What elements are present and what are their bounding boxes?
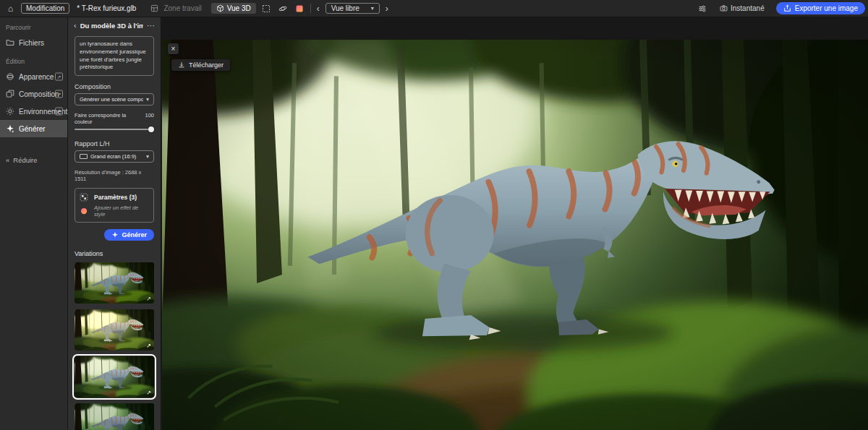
composition-select[interactable]: Générer une scène composite ▾: [75, 93, 154, 106]
generated-image-stage[interactable]: × Télécharger: [162, 40, 868, 430]
more-menu-icon[interactable]: ⋯: [147, 21, 155, 30]
variations-label: Variations: [75, 250, 154, 257]
workspace-icon: [148, 2, 161, 14]
home-icon[interactable]: ⌂: [4, 2, 17, 14]
style-effect-icon: [80, 207, 88, 215]
cube-icon: [216, 4, 224, 12]
chevron-down-icon: ▾: [146, 96, 149, 103]
parameters-icon: [80, 193, 88, 202]
collapse-button[interactable]: « Réduire: [0, 152, 67, 168]
panel-title: Du modèle 3D à l'image: [80, 22, 143, 30]
open-panel-icon[interactable]: ↗: [55, 90, 63, 98]
composition-label: Composition: [75, 83, 154, 90]
variation-thumbnail-1[interactable]: ↗: [75, 262, 154, 304]
collapse-chevrons-icon: «: [6, 156, 9, 164]
open-panel-icon[interactable]: ↗: [55, 73, 63, 81]
sparkle-icon: [111, 231, 119, 238]
ratio-label: Rapport L/H: [75, 140, 154, 147]
expand-icon: ↗: [146, 343, 151, 349]
topbar: ⌂ Modification * T-Rex furieux.glb Zone …: [0, 0, 868, 17]
prompt-input[interactable]: un tyranosaure dans environnement jurass…: [75, 36, 154, 76]
export-image-button[interactable]: Exporter une image: [776, 2, 865, 14]
close-button[interactable]: ×: [168, 43, 179, 54]
export-icon: [783, 4, 791, 12]
layout-icon: [6, 90, 14, 98]
parameters-title: Paramètres (3): [94, 194, 149, 201]
slider-knob[interactable]: [148, 126, 154, 132]
sidebar-item-generer[interactable]: Générer: [0, 120, 67, 137]
style-effect-label[interactable]: Ajouter un effet de style: [94, 205, 149, 218]
download-button[interactable]: Télécharger: [171, 59, 230, 71]
widescreen-icon: [80, 154, 88, 159]
expand-icon: ↗: [146, 296, 151, 302]
toolbar-divider: [310, 4, 311, 13]
panel-back-button[interactable]: ‹: [74, 21, 77, 30]
match-color-slider[interactable]: [75, 126, 154, 133]
camera-next-button[interactable]: ›: [384, 4, 390, 14]
camera-view-select[interactable]: Vue libre ▾: [326, 3, 380, 14]
sidebar-item-fichiers[interactable]: Fichiers: [0, 34, 67, 51]
snapshot-button[interactable]: Instantané: [715, 3, 770, 14]
expand-icon: ↗: [146, 390, 151, 396]
sidebar-section-edit: Édition: [0, 51, 67, 68]
marquee-select-icon[interactable]: [260, 2, 273, 14]
parameters-box[interactable]: Paramètres (3) Ajouter un effet de style: [75, 188, 154, 223]
download-icon: [178, 61, 185, 69]
document-tab[interactable]: * T-Rex furieux.glb: [74, 4, 139, 12]
sphere-icon: [6, 72, 14, 81]
match-color-value: 100: [145, 112, 154, 119]
variation-thumbnail-2[interactable]: ↗: [75, 309, 154, 351]
view-3d-tab[interactable]: Vue 3D: [211, 3, 256, 14]
material-icon[interactable]: [294, 2, 306, 14]
match-color-label: Faire correspondre la couleur: [75, 112, 142, 125]
slider-track: [75, 129, 154, 130]
camera-prev-button[interactable]: ‹: [315, 4, 321, 14]
sun-icon: [6, 107, 14, 116]
ratio-select[interactable]: Grand écran (16:9) ▾: [75, 150, 154, 163]
viewport: × Télécharger: [162, 17, 868, 430]
sidebar-section-browse: Parcourir: [0, 17, 67, 34]
workspace-button[interactable]: Zone travail: [143, 1, 206, 16]
orbit-icon[interactable]: [277, 2, 289, 14]
sparkle-icon: [6, 124, 14, 133]
generate-button[interactable]: Générer: [104, 229, 154, 241]
chevron-down-icon: ▾: [146, 153, 149, 160]
generate-panel: ‹ Du modèle 3D à l'image ⋯ un tyranosaur…: [68, 17, 161, 430]
sidebar: Parcourir Fichiers Édition Apparence ↗ C…: [0, 17, 68, 430]
variation-thumbnail-4[interactable]: ↗: [75, 403, 154, 430]
folder-icon: [6, 38, 14, 47]
resolution-text: Résolution d'image : 2688 x 1511: [75, 169, 154, 182]
sidebar-item-composition[interactable]: Composition ↗: [0, 85, 67, 103]
variation-thumbnail-3-selected[interactable]: ↗: [75, 356, 154, 397]
generated-trex-image: [162, 40, 868, 430]
sidebar-item-environnement[interactable]: Environnement ↗: [0, 103, 67, 120]
modification-button[interactable]: Modification: [21, 3, 69, 14]
camera-icon: [720, 4, 728, 12]
render-settings-icon[interactable]: [696, 2, 708, 14]
chevron-down-icon: ▾: [371, 5, 374, 12]
open-panel-icon[interactable]: ↗: [55, 108, 63, 116]
sidebar-item-apparence[interactable]: Apparence ↗: [0, 68, 67, 85]
